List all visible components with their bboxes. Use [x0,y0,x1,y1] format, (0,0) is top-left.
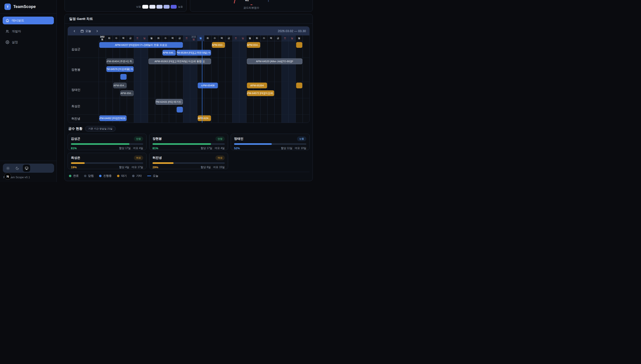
status-badge: 여유 [134,156,143,160]
gantt-today-button[interactable]: 오늘 [79,28,92,34]
capacity-card-bottom: 52%할당 11일여유 10일 [234,146,306,150]
legend-label: 오늘 [153,174,158,178]
day-of-week: 일 [192,38,195,41]
gantt-task-bar[interactable]: APM-656… [120,90,133,96]
capacity-detail: 할당 17일여유 4일 [201,146,225,150]
gantt-task-bar[interactable]: APM-64520 [After-Job][TO-BE][F [247,58,302,64]
capacity-card-정태인: 정태인보통52%할당 11일여유 10일 [231,134,310,150]
app-name: TeamScope [13,4,36,9]
day-of-week: 수 [164,37,167,40]
nextjs-dev-badge[interactable]: N [5,173,11,180]
capacity-card-top: 장현봉안정 [152,136,225,141]
gantt-date-header-16: 화 [204,36,211,41]
gantt-task-bar[interactable]: APM-65394 [247,82,267,88]
gantt-column-1 [99,36,106,123]
gantt-date-header-20: 토 [232,36,240,41]
day-of-week: 토 [235,37,237,40]
legend-label: 완료 [73,174,79,178]
gantt-row-label-최성은: 최성은 [68,98,99,114]
gantt-column-6 [134,36,141,123]
gantt-card-body: 오늘 2026.03.02 — 03.30 3/02월화수목금토일월화수목금토3… [65,24,312,181]
gantt-column-28 [288,36,296,123]
gantt-date-header-11: 목 [169,36,176,41]
gantt-task-bar[interactable]: APM-65364 [FE][고객전략팀] 아… [177,50,211,56]
day-of-week: 일 [291,37,293,40]
theme-system-button[interactable] [23,164,30,172]
legend-item-진행중: 진행중 [99,174,112,178]
legend-dot [132,175,135,177]
gantt-column-14 [190,36,197,123]
status-badge: 안정 [215,136,225,141]
gantt-column-25 [267,36,275,123]
allocated-days: 할당 6일 [201,166,211,169]
allocated-days: 할당 17일 [119,146,131,150]
gantt-task-bar[interactable] [120,74,127,80]
heatmap-pill-1 [149,5,155,9]
gantt-task-bar[interactable]: APM-64492 [FE][전략과… [99,115,127,121]
sidebar-item-0[interactable]: 대시보드 [3,16,54,24]
app-logo: T [5,4,11,10]
gear-icon [6,40,9,44]
gantt-column-18 [218,36,225,123]
allocated-days: 할당 4일 [119,166,129,169]
gantt-task-bar[interactable] [177,107,183,112]
gantt-column-23 [253,36,261,123]
gantt-task-bar[interactable]: APM-65408 [198,82,218,88]
theme-dark-button[interactable] [14,164,21,172]
gantt-task-bar[interactable]: APM-653… [212,42,225,48]
gantt-column-13 [183,36,190,123]
capacity-card-bottom: 29%할당 6일여유 15일 [152,166,225,169]
legend-label: 닫힘 [88,174,94,178]
gantt-date-header-1: 3/02월 [99,36,106,41]
gantt-task-bar[interactable]: APM-65404 [주문서] 최… [106,58,134,64]
gantt-column-20 [232,36,240,123]
gantt-date-header-28: 일 [288,36,296,41]
gantt-task-bar[interactable]: APM-64576 [아모레몰] 마… [106,66,134,72]
gantt-column-24 [261,36,268,123]
legend-item-대기: 대기 [117,174,127,178]
gantt-task-bar[interactable]: APM-64227 [FE][장바구니]패밀리 전용 프로모 [99,42,183,48]
gantt-date-header-5: 금 [127,36,134,41]
review-line-red [234,0,236,4]
theme-toggle [3,164,54,173]
gantt-column-16 [204,36,211,123]
gantt-task-bar[interactable] [296,42,302,48]
gantt-task-bar[interactable]: APM-624… [198,115,211,121]
gantt-column-29 [296,36,303,123]
slack-days: 여유 4일 [215,146,225,150]
sidebar-item-label: 대시보드 [12,18,24,22]
review-line-navy [268,0,269,2]
slack-days: 여유 15일 [213,166,225,169]
day-of-week: 월 [101,38,104,41]
moon-icon [16,166,19,170]
app-root: T TeamScope 대시보드개발자설정 FE Team Scope v0.1… [0,0,320,182]
gantt-task-bar[interactable]: APM-64572 [FE][아모레… [247,90,274,96]
theme-light-button[interactable] [4,164,12,172]
home-icon [6,18,9,22]
gantt-column-19 [225,36,232,123]
capacity-detail: 할당 17일여유 4일 [119,146,143,150]
gantt-date-header-3: 수 [113,36,120,41]
day-of-week: 화 [157,37,160,40]
gantt-task-bar[interactable] [296,82,302,88]
gantt-task-bar[interactable]: APM-62431 [FE] 매거진 … [156,99,183,105]
day-of-week: 월 [249,37,251,40]
gantt-date-header-10: 수 [162,36,169,41]
allocated-days: 할당 17일 [201,146,212,150]
sidebar-item-1[interactable]: 개발자 [3,28,54,35]
gantt-prev-button[interactable] [71,28,77,34]
gantt-task-bar[interactable]: APM-654… [113,82,126,88]
gantt-next-button[interactable] [94,28,100,34]
gantt-task-bar[interactable]: APM-646… [162,50,176,56]
capacity-card-top: 허진녕여유 [152,156,225,160]
day-of-week: 일 [242,37,244,40]
gantt-task-bar[interactable]: APM-65363 [FE][고객전략팀] 아모레 통합 모 [149,58,211,64]
capacity-title: 공수 현황 [68,127,83,131]
sidebar-item-2[interactable]: 설정 [3,38,54,46]
gantt-panel: 오늘 2026.03.02 — 03.30 3/02월화수목금토일월화수목금토3… [68,26,310,123]
status-badge: 보통 [297,136,306,141]
day-of-week: 수 [213,37,216,40]
capacity-progress-fill [152,162,174,164]
gantt-task-bar[interactable]: APM-654… [247,42,260,48]
legend-item-오늘: 오늘 [147,174,158,178]
